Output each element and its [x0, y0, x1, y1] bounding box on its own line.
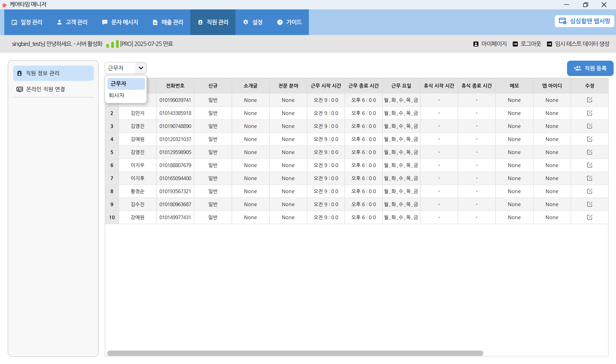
svg-text:C: C — [3, 4, 5, 7]
svg-text:?: ? — [279, 20, 281, 24]
